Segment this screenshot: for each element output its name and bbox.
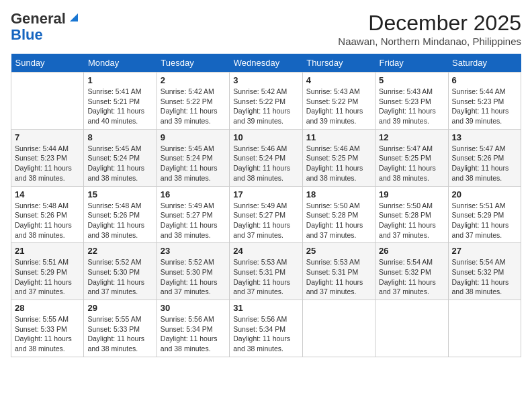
logo: General Blue — [11, 11, 81, 43]
day-detail: Sunrise: 5:44 AMSunset: 5:23 PMDaylight:… — [452, 87, 517, 126]
day-detail: Sunrise: 5:42 AMSunset: 5:22 PMDaylight:… — [161, 87, 226, 126]
calendar-week-row: 28Sunrise: 5:55 AMSunset: 5:33 PMDayligh… — [11, 300, 521, 357]
calendar-cell: 31Sunrise: 5:56 AMSunset: 5:34 PMDayligh… — [230, 300, 302, 357]
calendar-week-row: 1Sunrise: 5:41 AMSunset: 5:21 PMDaylight… — [11, 73, 521, 130]
day-detail: Sunrise: 5:53 AMSunset: 5:31 PMDaylight:… — [233, 257, 298, 297]
day-number: 31 — [233, 303, 298, 313]
weekday-header-row: SundayMondayTuesdayWednesdayThursdayFrid… — [11, 54, 521, 73]
day-detail: Sunrise: 5:47 AMSunset: 5:25 PMDaylight:… — [379, 144, 444, 183]
day-detail: Sunrise: 5:42 AMSunset: 5:22 PMDaylight:… — [233, 87, 298, 126]
calendar-cell: 13Sunrise: 5:47 AMSunset: 5:26 PMDayligh… — [448, 129, 521, 186]
day-number: 2 — [161, 75, 226, 85]
day-detail: Sunrise: 5:49 AMSunset: 5:27 PMDaylight:… — [161, 201, 226, 240]
day-number: 16 — [161, 189, 226, 199]
day-detail: Sunrise: 5:51 AMSunset: 5:29 PMDaylight:… — [452, 201, 517, 240]
day-detail: Sunrise: 5:44 AMSunset: 5:23 PMDaylight:… — [15, 144, 80, 183]
day-number: 19 — [379, 189, 444, 199]
day-number: 20 — [452, 189, 517, 199]
day-number: 24 — [233, 246, 298, 256]
day-detail: Sunrise: 5:45 AMSunset: 5:24 PMDaylight:… — [87, 144, 152, 183]
logo-blue: Blue — [11, 27, 43, 43]
page-header: General Blue December 2025 Naawan, North… — [11, 11, 521, 47]
day-number: 28 — [15, 303, 80, 313]
calendar-cell: 26Sunrise: 5:54 AMSunset: 5:32 PMDayligh… — [375, 243, 448, 300]
day-number: 23 — [161, 246, 226, 256]
day-number: 5 — [379, 75, 444, 85]
day-number: 26 — [379, 246, 444, 256]
day-number: 21 — [15, 246, 80, 256]
calendar-cell — [11, 73, 84, 130]
calendar-cell: 1Sunrise: 5:41 AMSunset: 5:21 PMDaylight… — [84, 73, 157, 130]
calendar-cell: 11Sunrise: 5:46 AMSunset: 5:25 PMDayligh… — [302, 129, 375, 186]
day-detail: Sunrise: 5:55 AMSunset: 5:33 PMDaylight:… — [87, 314, 152, 354]
calendar-cell: 12Sunrise: 5:47 AMSunset: 5:25 PMDayligh… — [375, 129, 448, 186]
month-title: December 2025 — [338, 11, 521, 36]
weekday-header-wednesday: Wednesday — [230, 54, 302, 73]
calendar-cell: 4Sunrise: 5:43 AMSunset: 5:22 PMDaylight… — [302, 73, 375, 130]
calendar-cell: 18Sunrise: 5:50 AMSunset: 5:28 PMDayligh… — [302, 186, 375, 243]
calendar-cell: 14Sunrise: 5:48 AMSunset: 5:26 PMDayligh… — [11, 186, 84, 243]
calendar-cell — [302, 300, 375, 357]
day-number: 13 — [452, 132, 517, 142]
weekday-header-sunday: Sunday — [11, 54, 84, 73]
calendar-cell: 3Sunrise: 5:42 AMSunset: 5:22 PMDaylight… — [230, 73, 302, 130]
day-detail: Sunrise: 5:56 AMSunset: 5:34 PMDaylight:… — [161, 314, 226, 354]
day-detail: Sunrise: 5:50 AMSunset: 5:28 PMDaylight:… — [379, 201, 444, 240]
day-detail: Sunrise: 5:50 AMSunset: 5:28 PMDaylight:… — [306, 201, 371, 240]
calendar-table: SundayMondayTuesdayWednesdayThursdayFrid… — [11, 54, 521, 357]
day-number: 3 — [233, 75, 298, 85]
day-detail: Sunrise: 5:54 AMSunset: 5:32 PMDaylight:… — [379, 257, 444, 297]
day-number: 14 — [15, 189, 80, 199]
weekday-header-saturday: Saturday — [448, 54, 521, 73]
day-detail: Sunrise: 5:48 AMSunset: 5:26 PMDaylight:… — [87, 201, 152, 240]
calendar-cell: 9Sunrise: 5:45 AMSunset: 5:24 PMDaylight… — [157, 129, 229, 186]
day-detail: Sunrise: 5:47 AMSunset: 5:26 PMDaylight:… — [452, 144, 517, 183]
calendar-week-row: 7Sunrise: 5:44 AMSunset: 5:23 PMDaylight… — [11, 129, 521, 186]
day-detail: Sunrise: 5:41 AMSunset: 5:21 PMDaylight:… — [87, 87, 152, 126]
svg-marker-0 — [70, 13, 78, 21]
calendar-cell: 22Sunrise: 5:52 AMSunset: 5:30 PMDayligh… — [84, 243, 157, 300]
day-number: 7 — [15, 132, 80, 142]
title-area: December 2025 Naawan, Northern Mindanao,… — [338, 11, 521, 47]
day-detail: Sunrise: 5:43 AMSunset: 5:22 PMDaylight:… — [306, 87, 371, 126]
calendar-cell — [448, 300, 521, 357]
day-number: 15 — [87, 189, 152, 199]
day-detail: Sunrise: 5:49 AMSunset: 5:27 PMDaylight:… — [233, 201, 298, 240]
day-number: 9 — [161, 132, 226, 142]
day-detail: Sunrise: 5:54 AMSunset: 5:32 PMDaylight:… — [452, 257, 517, 297]
calendar-cell: 19Sunrise: 5:50 AMSunset: 5:28 PMDayligh… — [375, 186, 448, 243]
calendar-cell: 16Sunrise: 5:49 AMSunset: 5:27 PMDayligh… — [157, 186, 229, 243]
calendar-cell: 8Sunrise: 5:45 AMSunset: 5:24 PMDaylight… — [84, 129, 157, 186]
calendar-cell: 20Sunrise: 5:51 AMSunset: 5:29 PMDayligh… — [448, 186, 521, 243]
day-number: 11 — [306, 132, 371, 142]
day-number: 4 — [306, 75, 371, 85]
logo-general: General — [11, 11, 66, 27]
day-detail: Sunrise: 5:52 AMSunset: 5:30 PMDaylight:… — [161, 257, 226, 297]
location-title: Naawan, Northern Mindanao, Philippines — [338, 36, 521, 47]
day-detail: Sunrise: 5:53 AMSunset: 5:31 PMDaylight:… — [306, 257, 371, 297]
calendar-cell: 21Sunrise: 5:51 AMSunset: 5:29 PMDayligh… — [11, 243, 84, 300]
day-detail: Sunrise: 5:51 AMSunset: 5:29 PMDaylight:… — [15, 257, 80, 297]
calendar-cell: 25Sunrise: 5:53 AMSunset: 5:31 PMDayligh… — [302, 243, 375, 300]
calendar-cell: 29Sunrise: 5:55 AMSunset: 5:33 PMDayligh… — [84, 300, 157, 357]
day-number: 22 — [87, 246, 152, 256]
weekday-header-monday: Monday — [84, 54, 157, 73]
day-number: 18 — [306, 189, 371, 199]
day-detail: Sunrise: 5:48 AMSunset: 5:26 PMDaylight:… — [15, 201, 80, 240]
calendar-week-row: 21Sunrise: 5:51 AMSunset: 5:29 PMDayligh… — [11, 243, 521, 300]
day-detail: Sunrise: 5:45 AMSunset: 5:24 PMDaylight:… — [161, 144, 226, 183]
day-number: 10 — [233, 132, 298, 142]
calendar-cell: 6Sunrise: 5:44 AMSunset: 5:23 PMDaylight… — [448, 73, 521, 130]
weekday-header-thursday: Thursday — [302, 54, 375, 73]
weekday-header-friday: Friday — [375, 54, 448, 73]
calendar-cell: 17Sunrise: 5:49 AMSunset: 5:27 PMDayligh… — [230, 186, 302, 243]
day-number: 30 — [161, 303, 226, 313]
day-number: 17 — [233, 189, 298, 199]
day-detail: Sunrise: 5:46 AMSunset: 5:24 PMDaylight:… — [233, 144, 298, 183]
calendar-cell: 5Sunrise: 5:43 AMSunset: 5:23 PMDaylight… — [375, 73, 448, 130]
day-number: 29 — [87, 303, 152, 313]
calendar-cell: 30Sunrise: 5:56 AMSunset: 5:34 PMDayligh… — [157, 300, 229, 357]
weekday-header-tuesday: Tuesday — [157, 54, 229, 73]
day-detail: Sunrise: 5:56 AMSunset: 5:34 PMDaylight:… — [233, 314, 298, 354]
day-number: 27 — [452, 246, 517, 256]
